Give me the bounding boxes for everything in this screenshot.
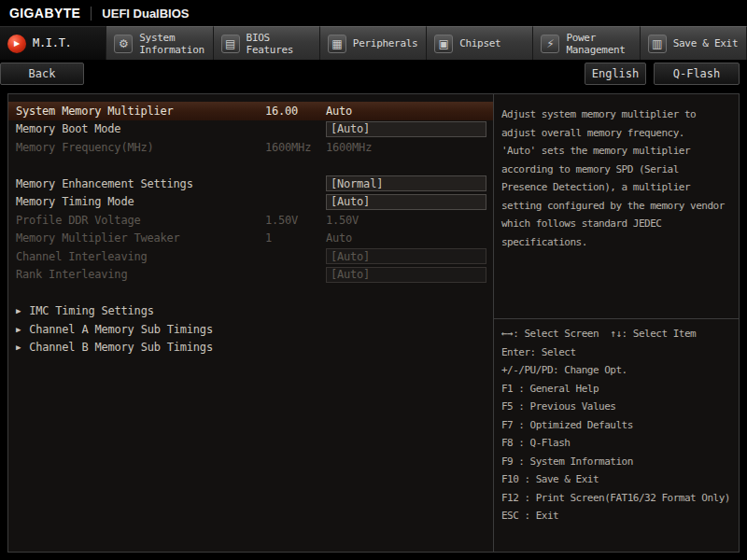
setting-label: Profile DDR Voltage [16, 214, 265, 227]
top-brand-bar: GIGABYTE UEFI DualBIOS [0, 0, 747, 26]
tab-bios-features[interactable]: ▤BIOS Features [214, 26, 320, 60]
tab-label: BIOS Features [247, 32, 319, 56]
help-panel: Adjust system memory multiplier to adjus… [493, 94, 739, 552]
spacer-row [8, 157, 493, 175]
save-exit-icon: ▥ [648, 35, 667, 53]
submenu-arrow-icon: ▶ [16, 343, 21, 352]
setting-label: Channel Interleaving [16, 250, 265, 263]
tab-label: Save & Exit [673, 37, 739, 49]
submenu-label: Channel B Memory Sub Timings [29, 341, 213, 354]
tab-label: M.I.T. [33, 37, 72, 49]
setting-row-system-memory-multiplier[interactable]: System Memory Multiplier16.00Auto [8, 102, 493, 120]
help-key-line: Enter: Select [501, 343, 739, 362]
bios-screen: GIGABYTE UEFI DualBIOS ▶M.I.T.⚙System In… [0, 0, 747, 560]
setting-row-profile-ddr-voltage[interactable]: Profile DDR Voltage1.50V1.50V [8, 211, 493, 230]
setting-label: Memory Multiplier Tweaker [16, 231, 265, 245]
setting-row-memory-timing-mode[interactable]: Memory Timing Mode[Auto] [8, 193, 493, 212]
help-key-line: +/-/PU/PD: Change Opt. [501, 361, 739, 380]
tab-label: Chipset [459, 37, 500, 49]
submenu-channel-b-memory-sub-timings[interactable]: ▶Channel B Memory Sub Timings [8, 339, 493, 357]
tab-save-exit[interactable]: ▥Save & Exit [641, 26, 747, 60]
tab-peripherals[interactable]: ▦Peripherals [320, 26, 427, 60]
qflash-button[interactable]: Q-Flash [654, 63, 740, 85]
setting-row-channel-interleaving[interactable]: Channel Interleaving[Auto] [8, 247, 493, 266]
setting-current-value: 1 [265, 231, 326, 245]
firmware-title: UEFI DualBIOS [102, 7, 189, 21]
setting-value: [Auto] [326, 267, 486, 283]
bios-features-icon: ▤ [221, 35, 240, 53]
tab-system-information[interactable]: ⚙System Information [106, 26, 213, 60]
tab-label: Peripherals [353, 37, 418, 49]
setting-label: Memory Boot Mode [16, 122, 265, 135]
setting-row-memory-frequency-mhz[interactable]: Memory Frequency(MHz)1600MHz1600MHz [8, 138, 493, 157]
submenu-imc-timing-settings[interactable]: ▶IMC Timing Settings [8, 302, 493, 321]
chipset-icon: ▣ [434, 35, 453, 53]
help-key-line: F5 : Previous Values [501, 398, 739, 416]
help-key-line: F1 : General Help [501, 380, 739, 399]
toolbar: Back English Q-Flash [0, 60, 747, 88]
mit-icon: ▶ [7, 35, 26, 53]
help-description: Adjust system memory multiplier to adjus… [501, 105, 739, 318]
submenu-arrow-icon: ▶ [16, 306, 21, 315]
setting-value: Auto [326, 103, 486, 119]
help-divider [494, 318, 739, 319]
setting-value: [Auto] [326, 194, 486, 210]
language-button[interactable]: English [585, 63, 646, 85]
setting-row-memory-enhancement-settings[interactable]: Memory Enhancement Settings[Normal] [8, 175, 493, 193]
spacer-row [8, 284, 493, 302]
submenu-channel-a-memory-sub-timings[interactable]: ▶Channel A Memory Sub Timings [8, 320, 493, 339]
setting-label: Rank Interleaving [16, 268, 265, 281]
submenu-label: IMC Timing Settings [29, 304, 153, 317]
brand-divider [91, 7, 92, 21]
system-information-icon: ⚙ [114, 35, 133, 53]
setting-label: System Memory Multiplier [16, 105, 265, 118]
tab-m-i-t[interactable]: ▶M.I.T. [0, 26, 106, 60]
submenu-arrow-icon: ▶ [16, 325, 21, 334]
tab-label: System Information [139, 32, 212, 56]
tab-power-management[interactable]: ⚡Power Management [533, 26, 640, 60]
setting-value: [Auto] [326, 121, 486, 137]
power-management-icon: ⚡ [541, 35, 559, 53]
help-key-line: F12 : Print Screen(FAT16/32 Format Only) [501, 489, 739, 508]
help-key-line: ESC : Exit [501, 507, 739, 525]
setting-value: 1.50V [326, 212, 486, 228]
setting-label: Memory Enhancement Settings [16, 177, 265, 190]
help-keys: ←→: Select Screen ↑↓: Select ItemEnter: … [501, 325, 739, 525]
tab-chipset[interactable]: ▣Chipset [427, 26, 533, 60]
toolbar-right-group: English Q-Flash [585, 63, 740, 85]
settings-list: System Memory Multiplier16.00AutoMemory … [8, 94, 493, 552]
help-key-line: F8 : Q-Flash [501, 434, 739, 453]
help-key-line: ←→: Select Screen ↑↓: Select Item [501, 325, 739, 343]
content-area: System Memory Multiplier16.00AutoMemory … [7, 93, 740, 553]
setting-current-value: 1.50V [265, 214, 326, 227]
setting-current-value: 16.00 [265, 105, 326, 118]
setting-current-value: 1600MHz [265, 141, 326, 154]
help-key-line: F10 : Save & Exit [501, 470, 739, 489]
gigabyte-logo: GIGABYTE [9, 6, 80, 21]
setting-value: [Auto] [326, 248, 486, 264]
submenu-label: Channel A Memory Sub Timings [29, 323, 213, 336]
setting-value: 1600MHz [326, 139, 486, 155]
setting-label: Memory Frequency(MHz) [16, 141, 265, 154]
setting-value: Auto [326, 231, 486, 246]
tab-label: Power Management [566, 32, 639, 56]
setting-label: Memory Timing Mode [16, 195, 265, 208]
tab-bar: ▶M.I.T.⚙System Information▤BIOS Features… [0, 26, 747, 60]
help-key-line: F9 : System Information [501, 453, 739, 471]
peripherals-icon: ▦ [328, 35, 346, 53]
setting-row-rank-interleaving[interactable]: Rank Interleaving[Auto] [8, 266, 493, 285]
setting-row-memory-multiplier-tweaker[interactable]: Memory Multiplier Tweaker1Auto [8, 230, 493, 248]
setting-row-memory-boot-mode[interactable]: Memory Boot Mode[Auto] [8, 120, 493, 139]
help-key-line: F7 : Optimized Defaults [501, 416, 739, 435]
back-button[interactable]: Back [0, 63, 84, 85]
setting-value: [Normal] [326, 175, 486, 191]
